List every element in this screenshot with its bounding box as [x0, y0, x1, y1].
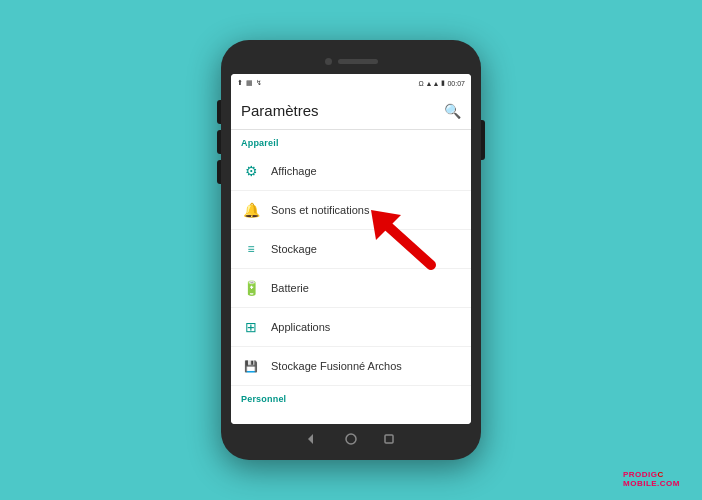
applications-label: Applications [271, 321, 330, 333]
bell-icon: 🔔 [241, 200, 261, 220]
stockage-fusionne-label: Stockage Fusionné Archos [271, 360, 402, 372]
affichage-label: Affichage [271, 165, 317, 177]
section-header-personnel: Personnel [231, 386, 471, 408]
settings-item-stockage-fusionne[interactable]: 💾 Stockage Fusionné Archos [231, 347, 471, 386]
clock: 00:07 [447, 80, 465, 87]
phone-bottom-bar [231, 428, 471, 450]
signal-icon: ▲▲ [426, 80, 440, 87]
batterie-label: Batterie [271, 282, 309, 294]
status-right-icons: Ω ▲▲ ▮ 00:07 [418, 79, 465, 87]
front-camera [325, 58, 332, 65]
watermark-suffix: MOBILE.COM [623, 479, 680, 488]
phone-device: ⬆ ▦ ↯ Ω ▲▲ ▮ 00:07 Paramètres 🔍 Appareil… [221, 40, 481, 460]
toolbar: Paramètres 🔍 [231, 92, 471, 130]
settings-item-stockage[interactable]: ≡ Stockage [231, 230, 471, 269]
settings-item-applications[interactable]: ⊞ Applications [231, 308, 471, 347]
earpiece-speaker [338, 59, 378, 64]
svg-marker-0 [308, 434, 313, 444]
battery-icon: 🔋 [241, 278, 261, 298]
svg-rect-2 [385, 435, 393, 443]
phone-top-bar [231, 50, 471, 72]
watermark: PRODIGC MOBILE.COM [623, 470, 680, 488]
search-button[interactable]: 🔍 [444, 103, 461, 119]
camera-button [217, 160, 221, 184]
volume-up-button [217, 100, 221, 124]
home-button[interactable] [341, 429, 361, 449]
settings-list: Appareil ⚙ Affichage 🔔 Sons et notificat… [231, 130, 471, 424]
page-title: Paramètres [241, 102, 319, 119]
svg-point-1 [346, 434, 356, 444]
headset-icon: Ω [418, 80, 423, 87]
sim-icon: ▦ [246, 79, 253, 87]
status-left-icons: ⬆ ▦ ↯ [237, 79, 262, 87]
recents-button[interactable] [379, 429, 399, 449]
usb-icon: ↯ [256, 79, 262, 87]
watermark-brand: PRODIG [623, 470, 658, 479]
back-button[interactable] [303, 429, 323, 449]
upload-icon: ⬆ [237, 79, 243, 87]
settings-item-sons[interactable]: 🔔 Sons et notifications [231, 191, 471, 230]
sd-card-icon: 💾 [241, 356, 261, 376]
power-button [481, 120, 485, 160]
sons-label: Sons et notifications [271, 204, 369, 216]
phone-screen: ⬆ ▦ ↯ Ω ▲▲ ▮ 00:07 Paramètres 🔍 Appareil… [231, 74, 471, 424]
storage-icon: ≡ [241, 239, 261, 259]
section-header-appareil: Appareil [231, 130, 471, 152]
battery-icon: ▮ [441, 79, 445, 87]
status-bar: ⬆ ▦ ↯ Ω ▲▲ ▮ 00:07 [231, 74, 471, 92]
settings-item-affichage[interactable]: ⚙ Affichage [231, 152, 471, 191]
apps-icon: ⊞ [241, 317, 261, 337]
display-icon: ⚙ [241, 161, 261, 181]
settings-item-batterie[interactable]: 🔋 Batterie [231, 269, 471, 308]
stockage-label: Stockage [271, 243, 317, 255]
watermark-brand-accent: C [658, 470, 664, 479]
volume-down-button [217, 130, 221, 154]
